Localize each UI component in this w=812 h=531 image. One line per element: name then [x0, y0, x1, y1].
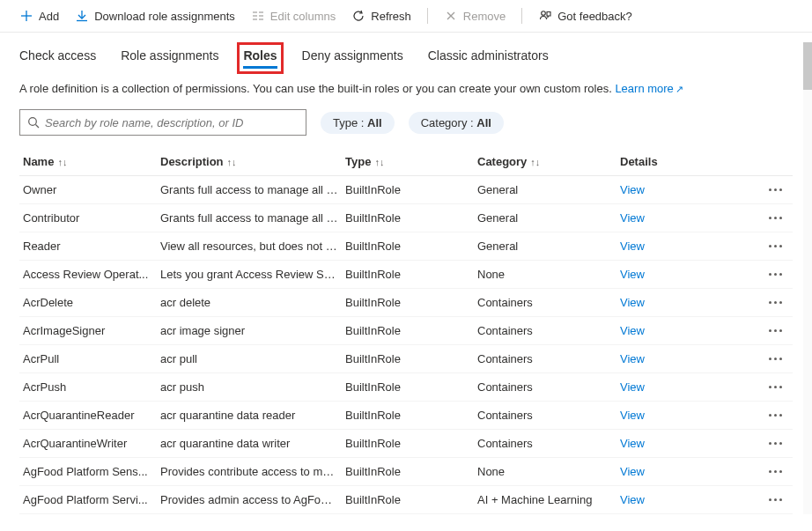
row-actions-menu[interactable]	[765, 354, 786, 364]
col-header-name[interactable]: Name↑↓	[19, 155, 160, 168]
view-link[interactable]: View	[620, 240, 645, 253]
tab-deny-assignments[interactable]: Deny assignments	[302, 48, 403, 68]
cell-type: BuiltInRole	[345, 324, 477, 337]
table-row[interactable]: Access Review Operat...Lets you grant Ac…	[19, 261, 793, 289]
cell-description: Lets you grant Access Review Syste...	[160, 268, 345, 281]
view-link[interactable]: View	[620, 352, 645, 365]
edit-columns-label: Edit columns	[270, 10, 336, 23]
row-actions-menu[interactable]	[765, 298, 786, 307]
table-row[interactable]: AcrImageSigneracr image signerBuiltInRol…	[19, 317, 793, 345]
cell-category: Containers	[477, 409, 620, 422]
table-body: OwnerGrants full access to manage all re…	[19, 176, 793, 514]
tab-check-access[interactable]: Check access	[19, 48, 96, 68]
cell-category: None	[477, 465, 620, 478]
cell-name: AgFood Platform Sens...	[19, 465, 160, 478]
row-actions-menu[interactable]	[765, 382, 786, 392]
table-row[interactable]: AcrDeleteacr deleteBuiltInRoleContainers…	[19, 289, 793, 317]
cell-category: General	[477, 240, 620, 253]
row-actions-menu[interactable]	[765, 269, 786, 279]
table-row[interactable]: ReaderView all resources, but does not a…	[19, 232, 793, 261]
tab-classic-administrators[interactable]: Classic administrators	[428, 48, 549, 68]
download-label: Download role assignments	[94, 10, 235, 23]
col-header-description[interactable]: Description↑↓	[160, 155, 345, 168]
scrollbar-thumb[interactable]	[803, 42, 812, 90]
search-input[interactable]	[45, 116, 299, 129]
view-link[interactable]: View	[620, 409, 645, 422]
table-row[interactable]: AgFood Platform Servi...Provides admin a…	[19, 486, 793, 514]
view-link[interactable]: View	[620, 211, 645, 225]
cell-description: View all resources, but does not all...	[160, 240, 345, 253]
cell-details: View	[620, 409, 726, 422]
table-row[interactable]: AcrPushacr pushBuiltInRoleContainersView	[19, 373, 793, 402]
view-link[interactable]: View	[620, 380, 645, 394]
view-link[interactable]: View	[620, 465, 645, 478]
cell-name: Access Review Operat...	[19, 268, 160, 281]
cell-category: General	[477, 211, 620, 225]
row-actions-menu[interactable]	[765, 467, 786, 476]
filter-category-label: Category :	[421, 116, 477, 129]
cell-actions	[726, 269, 793, 279]
learn-more-link[interactable]: Learn more↗	[615, 82, 683, 95]
filter-type[interactable]: Type : All	[321, 112, 395, 134]
view-link[interactable]: View	[620, 437, 645, 450]
table-row[interactable]: OwnerGrants full access to manage all re…	[19, 176, 793, 204]
row-actions-menu[interactable]	[765, 241, 786, 251]
add-button[interactable]: Add	[19, 7, 59, 25]
row-actions-menu[interactable]	[765, 439, 786, 448]
row-actions-menu[interactable]	[765, 213, 786, 223]
feedback-button[interactable]: Got feedback?	[538, 7, 632, 25]
feedback-label: Got feedback?	[557, 10, 632, 23]
search-input-wrapper[interactable]	[19, 109, 306, 136]
view-link[interactable]: View	[620, 268, 645, 281]
cell-category: Containers	[477, 324, 620, 337]
row-actions-menu[interactable]	[765, 495, 786, 505]
table-row[interactable]: AcrQuarantineReaderacr quarantine data r…	[19, 402, 793, 430]
tabs: Check access Role assignments Roles Deny…	[0, 33, 812, 77]
cell-name: AcrDelete	[19, 296, 160, 309]
view-link[interactable]: View	[620, 183, 645, 196]
filter-bar: Type : All Category : All	[0, 109, 812, 148]
table-row[interactable]: ContributorGrants full access to manage …	[19, 204, 793, 232]
sort-icon: ↑↓	[530, 157, 540, 167]
cell-name: Owner	[19, 183, 160, 196]
feedback-icon	[538, 9, 552, 23]
toolbar-separator	[427, 8, 428, 24]
col-header-type[interactable]: Type↑↓	[345, 155, 477, 168]
cell-details: View	[620, 183, 726, 196]
sort-icon: ↑↓	[374, 157, 384, 167]
cell-type: BuiltInRole	[345, 296, 477, 309]
cell-type: BuiltInRole	[345, 493, 477, 506]
scrollbar[interactable]	[803, 42, 812, 514]
col-header-actions	[726, 155, 793, 168]
table-row[interactable]: AgFood Platform Sens...Provides contribu…	[19, 458, 793, 486]
refresh-button[interactable]: Refresh	[351, 7, 411, 25]
filter-category[interactable]: Category : All	[409, 112, 504, 134]
row-actions-menu[interactable]	[765, 185, 786, 195]
cell-details: View	[620, 465, 726, 478]
add-label: Add	[39, 10, 59, 23]
view-link[interactable]: View	[620, 493, 645, 506]
view-link[interactable]: View	[620, 324, 645, 337]
external-link-icon: ↗	[675, 84, 683, 94]
row-actions-menu[interactable]	[765, 326, 786, 336]
cell-name: Contributor	[19, 211, 160, 225]
cell-category: General	[477, 183, 620, 196]
table-row[interactable]: AcrQuarantineWriteracr quarantine data w…	[19, 430, 793, 458]
download-button[interactable]: Download role assignments	[75, 7, 235, 25]
svg-point-12	[541, 11, 545, 15]
view-link[interactable]: View	[620, 296, 645, 309]
cell-description: acr delete	[160, 296, 345, 309]
tab-role-assignments[interactable]: Role assignments	[121, 48, 218, 68]
row-actions-menu[interactable]	[765, 410, 786, 420]
col-header-category[interactable]: Category↑↓	[477, 155, 620, 168]
table-row[interactable]: AcrPullacr pullBuiltInRoleContainersView	[19, 345, 793, 373]
cell-actions	[726, 439, 793, 448]
remove-label: Remove	[463, 10, 506, 23]
cell-name: AcrImageSigner	[19, 324, 160, 337]
page-description: A role definition is a collection of per…	[0, 77, 812, 109]
cell-details: View	[620, 296, 726, 309]
sort-icon: ↑↓	[57, 157, 67, 167]
tab-roles[interactable]: Roles	[243, 48, 277, 68]
cell-details: View	[620, 268, 726, 281]
cell-actions	[726, 382, 793, 392]
